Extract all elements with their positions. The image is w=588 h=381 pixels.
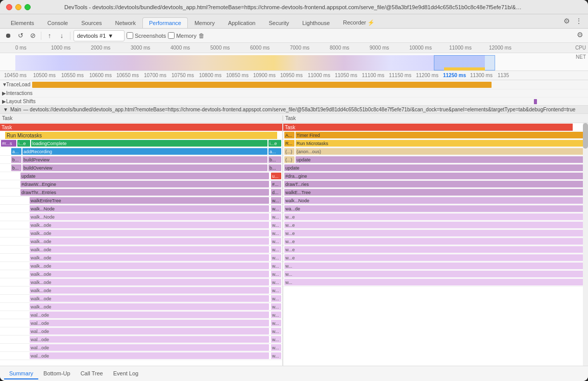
bo-col1[interactable]: b... — [11, 164, 21, 171]
w-right-bar-6[interactable]: w... — [284, 263, 587, 269]
wode-col2-14[interactable]: w... — [271, 328, 281, 335]
right-scrollbar[interactable] — [583, 123, 588, 366]
tab-recorder[interactable]: Recorder ⚡ — [336, 17, 381, 28]
tab-network[interactable]: Network — [109, 17, 142, 28]
bp-col3[interactable]: b... — [268, 156, 281, 163]
bp-col2[interactable]: buildPreview — [22, 156, 267, 163]
w-right-bar-8[interactable]: w... — [284, 279, 587, 285]
drawt-r-bar[interactable]: drawT...ries — [284, 181, 587, 187]
right-scroll-thumb[interactable] — [583, 123, 588, 149]
wode-bar-5[interactable]: walk...ode — [30, 254, 269, 261]
upd-red[interactable]: u... — [271, 173, 281, 179]
w-right-bar-3[interactable]: w...e — [284, 238, 587, 245]
wn-col2[interactable]: w... — [271, 205, 281, 212]
wode-col2-10[interactable]: w... — [271, 295, 281, 302]
flame-left-panel[interactable]: Task Run Microtasks #r...s i...e loading… — [0, 123, 283, 366]
an-ellipsis[interactable]: (...) — [284, 148, 295, 155]
wode-bar-15[interactable]: wal...ode — [30, 336, 269, 343]
tab-security[interactable]: Security — [262, 17, 296, 28]
wode-col2-9[interactable]: w... — [271, 287, 281, 294]
dwe-col2[interactable]: #... — [271, 181, 281, 187]
tab-call-tree[interactable]: Call Tree — [76, 368, 108, 379]
tab-lighthouse[interactable]: Lighthouse — [296, 17, 336, 28]
wode-col2-11[interactable]: w... — [271, 303, 281, 310]
tf-a[interactable]: A... — [284, 132, 295, 138]
more-options-icon[interactable]: ⋮ — [574, 16, 584, 26]
wode-col2-17[interactable]: w... — [271, 352, 281, 359]
wode-bar-1[interactable]: walk...ode — [30, 222, 269, 228]
memory-input[interactable] — [168, 32, 175, 39]
clear-button[interactable]: ⊘ — [28, 31, 38, 41]
timeline-overview[interactable]: 0 ms 1000 ms 2000 ms 3000 ms 4000 ms 500… — [0, 43, 588, 71]
wode-col2-12[interactable]: w... — [271, 312, 281, 318]
wode-bar-13[interactable]: wal...ode — [30, 320, 269, 326]
wode-bar-9[interactable]: walk...ode — [30, 287, 269, 294]
wode-bar-4[interactable]: walk...ode — [30, 246, 269, 253]
tab-console[interactable]: Console — [41, 17, 75, 28]
wode-col2-5[interactable]: w... — [271, 254, 281, 261]
wode-col2-16[interactable]: w... — [271, 344, 281, 351]
screenshots-input[interactable] — [127, 32, 133, 39]
lc-col2[interactable]: i...e — [17, 140, 30, 147]
tab-performance[interactable]: Performance — [142, 17, 188, 28]
rm-bar[interactable]: Run Microtasks — [296, 140, 587, 147]
wode-bar-0[interactable]: walk...Node — [30, 213, 269, 220]
dwe-col1[interactable]: #drawW...Engine — [20, 181, 269, 187]
wode-bar-12[interactable]: wal...ode — [30, 312, 269, 318]
rm-r[interactable]: R... — [284, 140, 295, 147]
bp-col1[interactable]: b... — [11, 156, 21, 163]
wade-r-bar[interactable]: wa...de — [284, 205, 587, 212]
w-right-bar-1[interactable]: w...e — [284, 222, 587, 228]
settings-icon[interactable]: ⚙ — [561, 16, 572, 26]
wode-col2-2[interactable]: w... — [271, 230, 281, 236]
wode-col2-3[interactable]: w... — [271, 238, 281, 245]
record-button[interactable]: ⏺ — [3, 31, 13, 41]
drag-r-bar[interactable]: #dra...gine — [284, 173, 587, 179]
bo-col3[interactable]: b... — [268, 164, 281, 171]
maximize-button[interactable] — [24, 4, 31, 10]
task-bar-right[interactable]: Task — [283, 124, 573, 131]
wode-bar-8[interactable]: walk...ode — [30, 279, 269, 285]
upload-button[interactable]: ↑ — [44, 31, 55, 41]
wode-bar-6[interactable]: walk...ode — [30, 263, 269, 269]
tab-memory[interactable]: Memory — [188, 17, 222, 28]
upd2-r-bar[interactable]: update — [284, 164, 587, 171]
wode-col2-6[interactable]: w... — [271, 263, 281, 269]
tab-summary[interactable]: Summary — [4, 368, 38, 379]
wode-col2-15[interactable]: w... — [271, 336, 281, 343]
wode-bar-2[interactable]: walk...ode — [30, 230, 269, 236]
tab-application[interactable]: Application — [222, 17, 262, 28]
lc-col4[interactable]: i...e — [268, 140, 281, 147]
tab-elements[interactable]: Elements — [4, 17, 41, 28]
w-right-bar-7[interactable]: w... — [284, 271, 587, 277]
wode-bar-11[interactable]: walk...ode — [30, 303, 269, 310]
tf-bar[interactable]: Timer Fired — [296, 132, 587, 138]
tab-event-log[interactable]: Event Log — [108, 368, 144, 379]
trash-button[interactable]: 🗑 — [199, 32, 205, 39]
upd-r-bar[interactable]: update — [296, 156, 587, 163]
task-bar-left[interactable]: Task — [0, 124, 282, 131]
lc-col1[interactable]: #r...s — [1, 140, 16, 147]
ar-col1[interactable]: a... — [11, 148, 21, 155]
toolbar-settings-icon[interactable]: ⚙ — [575, 30, 585, 40]
walke-r-bar[interactable]: walkE...Tree — [284, 189, 587, 196]
an-bar[interactable]: (anon...ous) — [296, 148, 587, 155]
wet-col2[interactable]: w... — [271, 197, 281, 204]
tab-sources[interactable]: Sources — [75, 17, 108, 28]
wet-col1[interactable]: walkEntireTree — [30, 197, 269, 204]
download-button[interactable]: ↓ — [57, 31, 67, 41]
bo-col2[interactable]: buildOverview — [22, 164, 267, 171]
upd-r-ellipsis[interactable]: (...) — [284, 156, 295, 163]
wode-bar-17[interactable]: wal...ode — [30, 352, 269, 359]
minimize-button[interactable] — [15, 4, 21, 10]
close-button[interactable] — [6, 4, 12, 10]
wode-bar-10[interactable]: walk...ode — [30, 295, 269, 302]
ar-col3[interactable]: a... — [268, 148, 281, 155]
memory-checkbox[interactable]: Memory — [168, 32, 197, 39]
wode-col2-0[interactable]: w... — [271, 213, 281, 220]
run-microtasks-bar[interactable]: Run Microtasks — [5, 132, 277, 139]
walkn-r-bar[interactable]: walk...Node — [284, 197, 587, 204]
dte-col2[interactable]: d... — [271, 189, 281, 196]
flame-right-panel[interactable]: Task A... Timer Fired R... Run Microtask… — [283, 123, 588, 366]
wode-bar-7[interactable]: walk...ode — [30, 271, 269, 277]
